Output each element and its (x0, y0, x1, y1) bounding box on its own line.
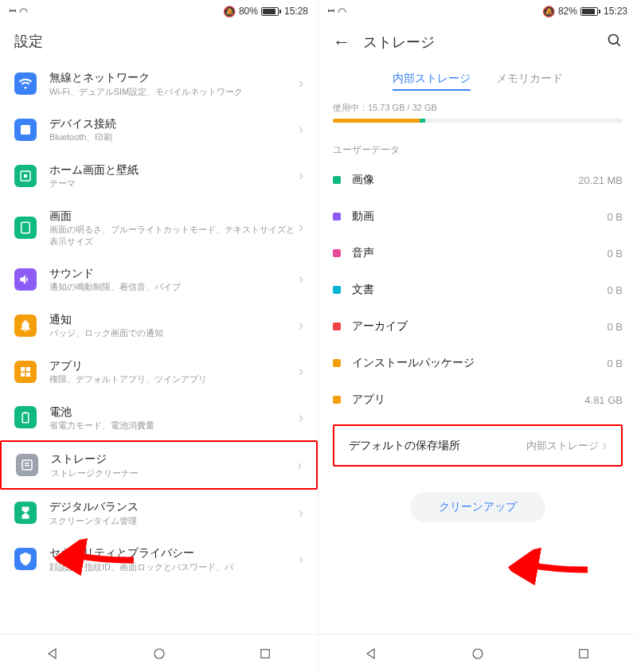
shield-icon (14, 548, 37, 570)
setting-storage[interactable]: ストレージ ストレージクリーナー › (0, 440, 318, 490)
annotation-arrow (508, 526, 599, 613)
category-color-dot (333, 396, 341, 404)
category-label: 画像 (352, 173, 578, 187)
battery-percent: 82% (558, 6, 577, 17)
svg-rect-4 (21, 367, 25, 371)
wifi-icon: ◠ (338, 6, 346, 18)
back-button[interactable]: ← (333, 32, 350, 53)
category-size: 0 B (607, 357, 623, 369)
wifi-icon: ◠ (19, 6, 28, 18)
settings-screen: ⎶ ◠ 🔕 80% 15:28 設定 無線とネットワーク Wi-Fi、デュアルS… (0, 0, 318, 672)
nav-back-button[interactable] (359, 641, 385, 666)
storage-category-item[interactable]: インストールパッケージ 0 B (318, 345, 637, 381)
bell-icon (14, 315, 37, 337)
wifi-icon (14, 72, 37, 95)
svg-rect-8 (22, 413, 29, 423)
device-icon (14, 119, 37, 141)
storage-tabs: 内部ストレージ メモリカード (318, 62, 637, 96)
sound-icon (14, 268, 37, 291)
storage-category-item[interactable]: アプリ 4.81 GB (318, 381, 637, 418)
svg-point-13 (154, 649, 164, 658)
setting-display[interactable]: 画面 画面の明るさ、ブルーライトカットモード、テキストサイズと表示サイズ › (0, 199, 318, 256)
chevron-right-icon: › (299, 551, 303, 568)
storage-category-item[interactable]: 動画 0 B (318, 198, 637, 235)
hourglass-icon (14, 502, 37, 524)
category-label: 文書 (352, 283, 607, 297)
apps-icon (14, 361, 37, 383)
search-button[interactable] (607, 33, 623, 53)
category-color-dot (333, 359, 341, 367)
svg-rect-9 (25, 412, 27, 414)
clock: 15:28 (284, 6, 308, 17)
status-bar: ⎶ ◠ 🔕 82% 15:23 (318, 0, 637, 22)
svg-rect-14 (260, 649, 269, 658)
storage-category-item[interactable]: 文書 0 B (318, 272, 637, 308)
setting-apps[interactable]: アプリ 権限、デフォルトアプリ、ツインアプリ › (0, 349, 318, 395)
home-icon (14, 165, 37, 187)
nav-home-button[interactable] (465, 641, 490, 666)
page-title: ストレージ (363, 33, 435, 52)
chevron-right-icon: › (299, 363, 303, 380)
nav-back-button[interactable] (41, 641, 66, 666)
category-size: 0 B (607, 284, 623, 296)
setting-sound[interactable]: サウンド 通知の鳴動制限、着信音、バイブ › (0, 256, 318, 303)
category-color-dot (333, 249, 341, 257)
chevron-right-icon: › (299, 219, 303, 236)
tab-memory-card[interactable]: メモリカード (496, 68, 563, 89)
setting-digital-balance[interactable]: デジタルバランス スクリーンタイム管理 › (0, 490, 318, 536)
category-color-dot (333, 322, 341, 330)
storage-screen: ⎶ ◠ 🔕 82% 15:23 ← ストレージ 内部ストレージ メモリカード 使… (318, 0, 637, 672)
mute-icon: 🔕 (542, 6, 555, 18)
setting-home-wallpaper[interactable]: ホーム画面と壁紙 テーマ › (0, 153, 318, 199)
storage-category-item[interactable]: 音声 0 B (318, 235, 637, 272)
svg-rect-3 (21, 222, 30, 233)
svg-point-2 (24, 174, 28, 178)
storage-category-item[interactable]: アーカイブ 0 B (318, 308, 637, 345)
category-size: 0 B (607, 211, 623, 223)
category-label: インストールパッケージ (352, 356, 607, 370)
storage-category-item[interactable]: 画像 20.21 MB (318, 162, 637, 198)
category-label: 音声 (352, 246, 607, 260)
setting-notifications[interactable]: 通知 バッジ、ロック画面での通知 › (0, 303, 318, 349)
chevron-right-icon: › (299, 75, 303, 92)
default-storage-location[interactable]: デフォルトの保存場所 内部ストレージ › (333, 424, 623, 467)
battery-icon (14, 406, 37, 428)
chevron-right-icon: › (299, 317, 303, 334)
nav-recent-button[interactable] (252, 641, 278, 666)
usage-summary: 使用中：15.73 GB / 32 GB (318, 96, 637, 129)
svg-line-16 (617, 42, 620, 45)
user-data-header: ユーザーデータ (318, 129, 637, 162)
usage-text: 使用中：15.73 GB / 32 GB (333, 102, 623, 114)
chevron-right-icon: › (299, 271, 303, 287)
svg-point-17 (473, 649, 483, 658)
cleanup-button[interactable]: クリーンアップ (410, 492, 545, 522)
svg-rect-6 (21, 372, 25, 376)
sim-icon: ⎶ (328, 6, 334, 18)
chevron-right-icon: › (602, 437, 607, 454)
category-color-dot (333, 286, 341, 294)
chevron-right-icon: › (299, 409, 303, 426)
page-title: 設定 (0, 22, 318, 61)
chevron-right-icon: › (297, 457, 302, 474)
nav-recent-button[interactable] (571, 641, 596, 666)
page-header: ← ストレージ (318, 22, 637, 62)
status-bar: ⎶ ◠ 🔕 80% 15:28 (0, 0, 318, 22)
setting-security[interactable]: セキュリティとプライバシー 顔認証、指紋ID、画面ロックとパスワード、パ › (0, 536, 318, 582)
setting-battery[interactable]: 電池 省電力モード、電池消費量 › (0, 395, 318, 441)
category-color-dot (333, 213, 341, 221)
svg-rect-18 (580, 649, 588, 658)
category-size: 0 B (607, 248, 623, 260)
nav-home-button[interactable] (147, 641, 172, 666)
setting-device-connection[interactable]: デバイス接続 Bluetooth、印刷 › (0, 107, 318, 153)
setting-wireless[interactable]: 無線とネットワーク Wi-Fi、デュアルSIM設定、モバイルネットワーク › (0, 61, 318, 107)
usage-bar (333, 119, 623, 123)
category-label: 動画 (352, 209, 607, 224)
svg-rect-0 (21, 125, 30, 135)
svg-rect-5 (26, 367, 30, 371)
chevron-right-icon: › (299, 167, 303, 184)
battery-icon (580, 7, 600, 16)
settings-list[interactable]: 無線とネットワーク Wi-Fi、デュアルSIM設定、モバイルネットワーク › デ… (0, 61, 318, 634)
display-icon (14, 217, 37, 239)
tab-internal-storage[interactable]: 内部ストレージ (393, 68, 471, 89)
storage-icon (16, 454, 38, 476)
